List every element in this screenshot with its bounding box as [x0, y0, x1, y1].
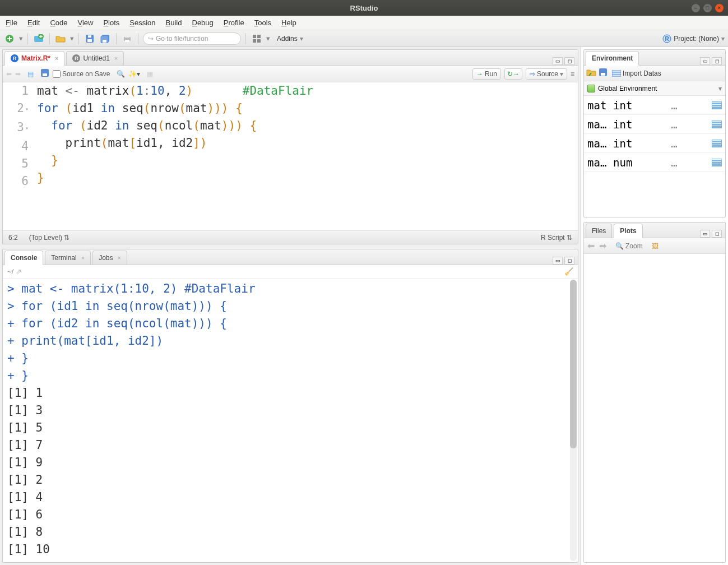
- console-pane: Console Terminal× Jobs× ▭ ◻ ~/ ⇗ 🧹 > mat…: [2, 249, 578, 563]
- files-plots-pane: Files Plots ▭ ◻ ⬅ ➡ 🔍Zoom 🖼: [583, 222, 726, 563]
- menu-plots[interactable]: Plots: [103, 18, 119, 27]
- tab-jobs[interactable]: Jobs×: [92, 251, 127, 265]
- forward-icon[interactable]: ➡: [15, 70, 21, 78]
- view-data-icon[interactable]: [712, 159, 722, 166]
- view-data-icon[interactable]: [712, 140, 722, 147]
- load-workspace-icon[interactable]: [586, 68, 596, 78]
- project-menu[interactable]: R Project: (None) ▾: [662, 34, 725, 43]
- export-plot-icon[interactable]: 🖼: [652, 242, 659, 250]
- menu-profile[interactable]: Profile: [224, 18, 244, 27]
- tab-environment[interactable]: Environment: [586, 51, 639, 66]
- menu-view[interactable]: View: [77, 18, 93, 27]
- minimize-icon[interactable]: –: [692, 4, 700, 12]
- env-toolbar: Import Datas: [584, 66, 725, 81]
- chevron-down-icon[interactable]: ▾: [266, 34, 270, 43]
- popout-icon[interactable]: ⇗: [16, 267, 22, 276]
- main-toolbar: ▾ ▾ ↪ Go to file/function ▾ Addins ▾ R P…: [0, 30, 728, 47]
- view-data-icon[interactable]: [712, 121, 722, 128]
- save-icon[interactable]: [40, 68, 49, 79]
- back-icon[interactable]: ⬅: [6, 70, 12, 78]
- source-button[interactable]: ⇨Source ▾: [526, 68, 567, 80]
- env-variable-row[interactable]: ma…int…: [584, 134, 725, 153]
- goto-file-input[interactable]: ↪ Go to file/function: [143, 33, 241, 45]
- pane-maximize-icon[interactable]: ◻: [564, 57, 574, 65]
- svg-rect-5: [88, 35, 91, 38]
- next-plot-icon[interactable]: ➡: [599, 240, 606, 251]
- scrollbar[interactable]: [570, 280, 577, 561]
- svg-rect-11: [125, 40, 129, 42]
- prev-plot-icon[interactable]: ⬅: [587, 240, 595, 251]
- new-project-icon[interactable]: [33, 33, 45, 45]
- svg-rect-12: [253, 35, 256, 38]
- svg-rect-22: [612, 70, 621, 77]
- file-type-selector[interactable]: R Script ⇅: [541, 234, 572, 242]
- tab-matrix-r[interactable]: R Matrix.R* ×: [4, 51, 64, 66]
- env-scope-selector[interactable]: Global Environment ▾: [584, 81, 725, 96]
- env-variable-row[interactable]: ma…int…: [584, 115, 725, 134]
- show-in-new-window-icon[interactable]: ▤: [27, 70, 34, 78]
- source-tabs: R Matrix.R* × R Untitled1 × ▭ ◻: [3, 50, 578, 66]
- addins-menu[interactable]: Addins ▾: [273, 35, 307, 43]
- r-logo-icon: R: [662, 34, 671, 43]
- pane-minimize-icon[interactable]: ▭: [553, 257, 563, 265]
- report-icon[interactable]: ▦: [147, 70, 153, 78]
- close-tab-icon[interactable]: ×: [118, 254, 121, 261]
- env-variable-row[interactable]: ma…num…: [584, 153, 725, 172]
- source-on-save-checkbox[interactable]: Source on Save: [53, 70, 110, 78]
- pane-minimize-icon[interactable]: ▭: [553, 57, 563, 65]
- menu-build[interactable]: Build: [166, 18, 182, 27]
- save-icon[interactable]: [84, 33, 96, 45]
- console-output[interactable]: > mat <- matrix(1:10, 2) #DataFlair> for…: [3, 279, 578, 562]
- close-tab-icon[interactable]: ×: [81, 254, 85, 261]
- env-tabs: Environment ▭ ◻: [584, 50, 725, 66]
- tab-console[interactable]: Console: [4, 251, 43, 265]
- maximize-icon[interactable]: □: [703, 4, 712, 12]
- close-tab-icon[interactable]: ×: [114, 55, 118, 62]
- pane-minimize-icon[interactable]: ▭: [700, 230, 710, 238]
- plot-canvas: [584, 254, 725, 562]
- import-dataset-button[interactable]: Import Datas: [612, 70, 661, 77]
- menu-tools[interactable]: Tools: [254, 18, 271, 27]
- pane-minimize-icon[interactable]: ▭: [700, 57, 710, 65]
- tab-terminal[interactable]: Terminal×: [45, 251, 91, 265]
- zoom-button[interactable]: 🔍Zoom: [615, 242, 643, 250]
- open-file-icon[interactable]: [54, 33, 67, 45]
- chevron-down-icon[interactable]: ▾: [70, 34, 74, 43]
- code-content[interactable]: mat <- matrix(1:10, 2) #DataFlair for (i…: [34, 82, 578, 230]
- window-title: RStudio: [350, 4, 378, 12]
- pane-maximize-icon[interactable]: ◻: [564, 257, 574, 265]
- print-icon[interactable]: [121, 33, 133, 45]
- console-tabs: Console Terminal× Jobs× ▭ ◻: [3, 249, 578, 265]
- menu-code[interactable]: Code: [50, 18, 67, 27]
- scope-selector[interactable]: (Top Level) ⇅: [29, 234, 70, 242]
- save-all-icon[interactable]: [99, 33, 112, 45]
- tab-files[interactable]: Files: [586, 224, 612, 238]
- tab-untitled1[interactable]: R Untitled1 ×: [66, 51, 124, 65]
- menu-debug[interactable]: Debug: [192, 18, 214, 27]
- run-button[interactable]: →Run: [472, 68, 501, 80]
- menu-file[interactable]: File: [6, 18, 17, 27]
- menu-session[interactable]: Session: [129, 18, 155, 27]
- tab-plots[interactable]: Plots: [614, 224, 642, 238]
- cursor-position: 6:2: [8, 234, 18, 242]
- chevron-down-icon[interactable]: ▾: [19, 34, 23, 43]
- pane-maximize-icon[interactable]: ◻: [712, 230, 722, 238]
- wand-icon[interactable]: ✨▾: [128, 70, 140, 78]
- grid-icon[interactable]: [251, 33, 263, 45]
- env-variable-row[interactable]: matint…: [584, 96, 725, 115]
- view-data-icon[interactable]: [712, 101, 722, 109]
- menu-edit[interactable]: Edit: [27, 18, 40, 27]
- close-icon[interactable]: ×: [715, 4, 724, 12]
- menu-help[interactable]: Help: [281, 18, 296, 27]
- rerun-button[interactable]: ↻→: [504, 68, 522, 80]
- code-editor[interactable]: 12▾3▾456 mat <- matrix(1:10, 2) #DataFla…: [3, 82, 578, 230]
- outline-icon[interactable]: ≡: [571, 70, 574, 78]
- pane-maximize-icon[interactable]: ◻: [712, 57, 722, 65]
- new-file-icon[interactable]: [3, 33, 16, 45]
- close-tab-icon[interactable]: ×: [55, 55, 58, 62]
- save-workspace-icon[interactable]: [599, 68, 608, 78]
- console-path: ~/ ⇗ 🧹: [3, 265, 578, 279]
- search-icon[interactable]: 🔍: [117, 70, 125, 78]
- clear-console-icon[interactable]: 🧹: [564, 267, 573, 276]
- source-pane: R Matrix.R* × R Untitled1 × ▭ ◻ ⬅ ➡ ▤: [2, 49, 578, 244]
